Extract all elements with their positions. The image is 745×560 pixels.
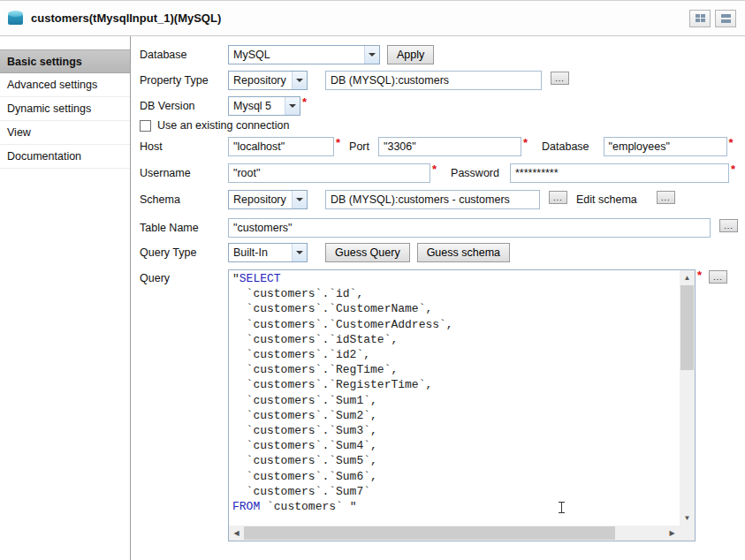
scroll-right-icon[interactable]: [665, 526, 680, 541]
database-type-value: MySQL: [233, 49, 270, 61]
restore-view-button[interactable]: [715, 10, 736, 27]
scroll-up-icon[interactable]: [680, 270, 695, 285]
sidebar-item-documentation[interactable]: Documentation: [0, 145, 130, 169]
query-type-select[interactable]: Built-In: [228, 243, 308, 262]
query-type-row: Query Type Built-In Guess Query Guess sc…: [140, 243, 738, 262]
username-field[interactable]: "root": [228, 163, 430, 183]
required-marker: *: [336, 137, 340, 149]
host-field[interactable]: "localhost": [228, 137, 334, 156]
table-name-value: "customers": [233, 222, 293, 234]
db-version-label: DB Version: [140, 100, 228, 112]
maximize-view-button[interactable]: [689, 10, 711, 27]
query-text[interactable]: "SELECT `customers`.`id`, `customers`.`C…: [232, 271, 679, 525]
db-version-select[interactable]: Mysql 5: [228, 96, 300, 116]
property-type-select[interactable]: Repository: [228, 71, 308, 90]
required-marker: *: [697, 269, 702, 282]
port-value: "3306": [384, 140, 416, 153]
component-title: customers(tMysqlInput_1)(MySQL): [31, 11, 221, 25]
database-type-select[interactable]: MySQL: [228, 45, 380, 64]
vertical-scrollbar[interactable]: [680, 270, 695, 526]
use-existing-connection-label: Use an existing connection: [157, 119, 289, 132]
vertical-scroll-thumb[interactable]: [680, 285, 694, 370]
chevron-down-icon[interactable]: [285, 97, 300, 115]
host-label: Host: [140, 140, 228, 153]
sidebar-item-dynamic-settings[interactable]: Dynamic settings: [0, 97, 130, 121]
database-name-field[interactable]: "employees": [604, 137, 727, 156]
query-row: Query "SELECT `customers`.`id`, `custome…: [140, 269, 738, 541]
query-editor[interactable]: "SELECT `customers`.`id`, `customers`.`C…: [228, 269, 696, 541]
horizontal-scroll-thumb[interactable]: [244, 526, 615, 540]
username-row: Username "root" * Password ********** *: [140, 163, 738, 183]
port-label: Port: [349, 140, 369, 153]
username-value: "root": [233, 167, 260, 179]
db-version-row: DB Version Mysql 5 *: [140, 96, 738, 116]
schema-row: Schema Repository DB (MYSQL):customers -…: [140, 190, 738, 209]
table-name-browse-button[interactable]: ...: [719, 219, 738, 232]
database-name-value: "employees": [609, 140, 670, 153]
sidebar-item-view[interactable]: View: [0, 121, 130, 145]
sidebar-item-advanced-settings[interactable]: Advanced settings: [0, 73, 130, 97]
password-field[interactable]: **********: [510, 163, 729, 183]
host-value: "localhost": [233, 140, 285, 153]
query-browse-button[interactable]: ...: [709, 270, 727, 284]
database-type-label: Database: [140, 49, 228, 61]
component-header: customers(tMysqlInput_1)(MySQL): [0, 1, 745, 36]
settings-sidebar: Basic settings Advanced settings Dynamic…: [0, 36, 131, 560]
password-label: Password: [451, 167, 499, 179]
chevron-down-icon[interactable]: [292, 72, 307, 89]
query-type-value: Built-In: [233, 246, 268, 259]
guess-query-button[interactable]: Guess Query: [325, 243, 410, 262]
required-marker: *: [729, 137, 734, 149]
schema-label: Schema: [140, 193, 228, 206]
edit-schema-label: Edit schema: [576, 193, 637, 206]
property-repository-value: DB (MYSQL):customers: [331, 74, 449, 87]
basic-settings-panel: Database MySQL Apply Property Type Repos…: [131, 36, 745, 560]
apply-button[interactable]: Apply: [387, 45, 434, 64]
use-existing-connection-checkbox[interactable]: [140, 120, 151, 132]
query-type-label: Query Type: [140, 246, 228, 259]
schema-type-select[interactable]: Repository: [228, 190, 308, 209]
database-icon: [8, 14, 23, 25]
chevron-down-icon[interactable]: [292, 244, 307, 261]
property-repository-field[interactable]: DB (MYSQL):customers: [325, 71, 542, 90]
required-marker: *: [523, 137, 528, 149]
property-browse-button[interactable]: ...: [551, 72, 569, 85]
database-name-label: Database: [542, 140, 589, 153]
table-name-row: Table Name "customers" ...: [140, 218, 738, 238]
query-label: Query: [140, 272, 228, 284]
username-label: Username: [140, 167, 228, 179]
table-name-field[interactable]: "customers": [228, 218, 711, 238]
guess-schema-button[interactable]: Guess schema: [417, 243, 510, 262]
property-type-mode: Repository: [233, 74, 286, 87]
host-row: Host "localhost" * Port "3306" * Databas…: [140, 137, 738, 156]
schema-browse-button[interactable]: ...: [549, 191, 567, 204]
scroll-down-icon[interactable]: [680, 511, 695, 526]
grid-layout-icon: [696, 14, 705, 22]
property-type-row: Property Type Repository DB (MYSQL):cust…: [140, 71, 738, 90]
existing-connection-row: Use an existing connection: [140, 119, 738, 132]
scrollbar-corner: [680, 526, 695, 541]
required-marker: *: [302, 96, 307, 109]
schema-mode: Repository: [233, 193, 286, 206]
schema-repository-value: DB (MYSQL):customers - customers: [331, 193, 510, 206]
required-marker: *: [731, 163, 735, 176]
property-type-label: Property Type: [140, 74, 228, 87]
edit-schema-button[interactable]: ...: [657, 191, 675, 204]
text-cursor: [561, 502, 562, 513]
chevron-down-icon[interactable]: [364, 46, 379, 64]
horizontal-scrollbar[interactable]: [229, 526, 680, 541]
password-value: **********: [515, 167, 559, 179]
required-marker: *: [432, 163, 437, 176]
schema-repository-field[interactable]: DB (MYSQL):customers - customers: [325, 190, 540, 209]
table-name-label: Table Name: [140, 222, 228, 234]
component-settings-window: customers(tMysqlInput_1)(MySQL) Basic se…: [0, 0, 745, 560]
db-version-value: Mysql 5: [233, 100, 271, 112]
header-actions: [689, 10, 736, 27]
port-field[interactable]: "3306": [378, 137, 521, 156]
scroll-left-icon[interactable]: [229, 526, 244, 541]
database-type-row: Database MySQL Apply: [140, 45, 738, 64]
chevron-down-icon[interactable]: [292, 191, 307, 208]
sidebar-item-basic-settings[interactable]: Basic settings: [0, 49, 130, 73]
rows-layout-icon: [721, 14, 731, 23]
